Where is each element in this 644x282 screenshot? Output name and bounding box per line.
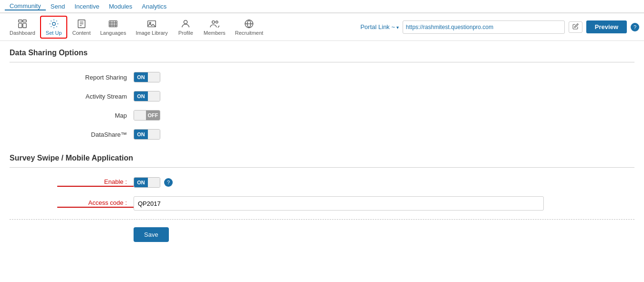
datashare-toggle-on: ON [134, 130, 148, 139]
section1-divider [10, 62, 634, 62]
toolbar-profile-label: Profile [178, 30, 193, 36]
help-icon[interactable]: ? [631, 23, 639, 31]
svg-rect-1 [23, 20, 26, 22]
map-toggle-wrapper: OFF [134, 110, 160, 121]
enable-help-icon[interactable]: ? [164, 178, 173, 187]
enable-toggle-wrapper: ON ? [134, 177, 173, 188]
map-toggle[interactable]: OFF [134, 110, 160, 121]
save-area: Save [10, 227, 634, 252]
activity-stream-toggle[interactable]: ON [134, 91, 160, 101]
save-button[interactable]: Save [134, 227, 169, 242]
access-code-input[interactable] [134, 196, 544, 211]
members-icon [209, 19, 220, 29]
datashare-row: DataShare™ ON [10, 129, 634, 140]
survey-swipe-section: Survey Swipe / Mobile Application Enable… [10, 154, 634, 252]
gear-icon [49, 19, 59, 29]
toolbar-dashboard[interactable]: Dashboard [5, 17, 40, 38]
svg-point-18 [212, 20, 215, 23]
data-sharing-title: Data Sharing Options [10, 49, 634, 57]
toolbar: Dashboard Set Up Content [0, 13, 644, 41]
toolbar-languages[interactable]: Languages [95, 17, 131, 38]
toolbar-content-label: Content [72, 30, 91, 36]
image-icon [146, 19, 157, 29]
toolbar-right: Portal Link ~ Preview ? [360, 20, 639, 34]
edit-portal-link-button[interactable] [569, 21, 582, 33]
nav-analytics[interactable]: Analytics [137, 3, 171, 10]
content-icon [76, 19, 87, 29]
toolbar-recruitment[interactable]: Recruitment [230, 17, 268, 38]
svg-point-16 [149, 22, 151, 23]
survey-swipe-title: Survey Swipe / Mobile Application [10, 154, 634, 162]
enable-toggle[interactable]: ON [134, 177, 160, 188]
main-content: Data Sharing Options Report Sharing ON A… [0, 41, 644, 273]
top-nav: Community Send Incentive Modules Analyti… [0, 0, 644, 13]
toolbar-members-label: Members [204, 30, 226, 36]
nav-send[interactable]: Send [46, 3, 70, 10]
svg-rect-0 [19, 20, 22, 22]
report-sharing-toggle-spacer [148, 72, 160, 82]
activity-stream-toggle-on: ON [134, 91, 148, 101]
svg-rect-3 [23, 23, 26, 28]
toolbar-imagelibrary-label: Image Library [135, 30, 167, 36]
profile-icon [180, 19, 191, 29]
datashare-toggle-spacer [148, 130, 160, 139]
languages-icon [108, 19, 118, 29]
toolbar-recruitment-label: Recruitment [235, 30, 263, 36]
toolbar-imagelibrary[interactable]: Image Library [131, 17, 172, 38]
access-code-label: Access code : [57, 199, 134, 208]
toolbar-profile[interactable]: Profile [173, 17, 199, 38]
datashare-toggle-wrapper: ON [134, 129, 160, 140]
section2-divider [10, 167, 634, 168]
portal-link-input[interactable] [403, 20, 565, 34]
toolbar-left: Dashboard Set Up Content [5, 16, 360, 39]
svg-rect-2 [19, 23, 22, 28]
activity-stream-row: Activity Stream ON [10, 91, 634, 101]
enable-toggle-spacer [148, 178, 160, 187]
toolbar-setup-label: Set Up [46, 30, 62, 36]
pencil-icon [572, 23, 579, 30]
map-label: Map [57, 112, 134, 119]
map-toggle-off-right: OFF [146, 111, 160, 120]
toolbar-content[interactable]: Content [67, 17, 95, 38]
enable-row: Enable : ON ? [10, 177, 634, 188]
recruitment-icon [244, 19, 254, 29]
map-toggle-off-left [134, 111, 146, 120]
toolbar-dashboard-label: Dashboard [10, 30, 35, 36]
data-sharing-section: Data Sharing Options Report Sharing ON A… [10, 49, 634, 140]
enable-toggle-on: ON [134, 178, 148, 187]
report-sharing-label: Report Sharing [57, 74, 134, 81]
activity-stream-toggle-spacer [148, 91, 160, 101]
toolbar-members[interactable]: Members [199, 17, 230, 38]
report-sharing-row: Report Sharing ON [10, 72, 634, 82]
nav-community[interactable]: Community [5, 2, 46, 10]
svg-point-17 [184, 20, 187, 23]
report-sharing-toggle-wrapper: ON [134, 72, 160, 82]
nav-modules[interactable]: Modules [104, 3, 137, 10]
report-sharing-toggle-on: ON [134, 72, 148, 82]
enable-label: Enable : [57, 178, 134, 187]
dashboard-icon [17, 19, 28, 29]
access-code-row: Access code : [10, 196, 634, 211]
toolbar-languages-label: Languages [100, 30, 126, 36]
preview-button[interactable]: Preview [586, 20, 627, 33]
datashare-label: DataShare™ [57, 131, 134, 138]
activity-stream-label: Activity Stream [57, 93, 134, 100]
toolbar-setup[interactable]: Set Up [40, 16, 68, 39]
svg-point-4 [52, 22, 55, 25]
activity-stream-toggle-wrapper: ON [134, 91, 160, 101]
svg-point-19 [216, 21, 218, 23]
dashed-divider [10, 219, 634, 220]
datashare-toggle[interactable]: ON [134, 129, 160, 140]
map-row: Map OFF [10, 110, 634, 121]
nav-incentive[interactable]: Incentive [70, 3, 104, 10]
portal-link-label[interactable]: Portal Link ~ [360, 23, 398, 30]
report-sharing-toggle[interactable]: ON [134, 72, 160, 82]
